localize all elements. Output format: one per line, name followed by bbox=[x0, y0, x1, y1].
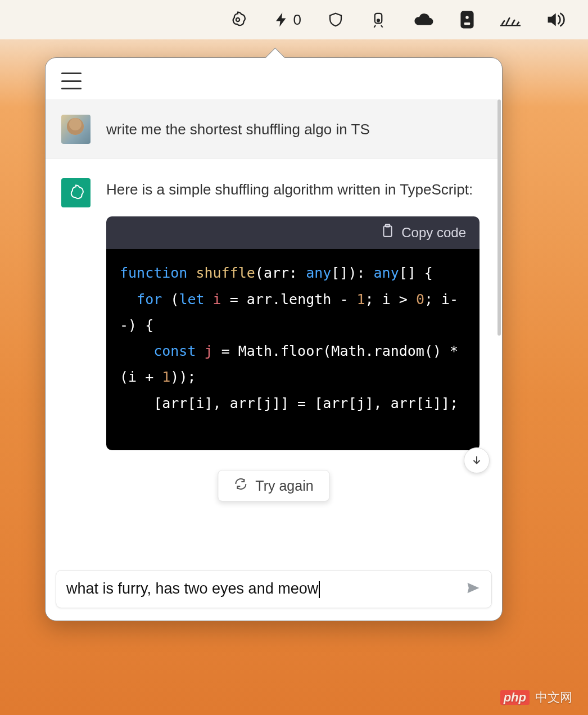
message-input[interactable]: what is furry, has two eyes and meow bbox=[66, 580, 465, 598]
macos-menubar: 0 bbox=[0, 0, 588, 39]
scrollbar-thumb[interactable] bbox=[497, 99, 501, 336]
chat-scroll-area[interactable]: write me the shortest shuffling algo in … bbox=[46, 99, 502, 563]
svg-rect-7 bbox=[384, 227, 392, 237]
badge-icon[interactable] bbox=[460, 10, 474, 29]
svg-point-2 bbox=[377, 19, 379, 21]
scrollbar-track[interactable] bbox=[497, 99, 501, 563]
bolt-icon bbox=[273, 11, 290, 28]
train-icon[interactable] bbox=[370, 10, 387, 29]
assistant-avatar bbox=[61, 178, 91, 207]
brightness-icon[interactable] bbox=[500, 13, 521, 26]
code-content[interactable]: function shuffle(arr: any[]): any[] { fo… bbox=[106, 249, 480, 450]
try-again-label: Try again bbox=[255, 478, 313, 494]
watermark-text: 中文网 bbox=[535, 689, 572, 706]
message-input-box[interactable]: what is furry, has two eyes and meow bbox=[56, 570, 492, 608]
hamburger-menu[interactable] bbox=[61, 73, 82, 89]
user-message: write me the shortest shuffling algo in … bbox=[46, 99, 497, 159]
shield-icon[interactable] bbox=[327, 11, 344, 28]
scroll-to-bottom-button[interactable] bbox=[464, 447, 490, 473]
assistant-intro-text: Here is a simple shuffling algorithm wri… bbox=[106, 178, 475, 201]
assistant-message: Here is a simple shuffling algorithm wri… bbox=[46, 159, 497, 450]
refresh-icon bbox=[234, 477, 247, 494]
clipboard-icon[interactable] bbox=[381, 224, 393, 242]
bolt-count: 0 bbox=[293, 11, 301, 29]
volume-icon[interactable] bbox=[546, 11, 567, 28]
watermark-logo: php bbox=[500, 690, 530, 705]
copy-code-button[interactable]: Copy code bbox=[401, 225, 466, 241]
cloud-icon[interactable] bbox=[413, 12, 434, 27]
try-again-button[interactable]: Try again bbox=[218, 470, 329, 501]
user-avatar bbox=[61, 115, 91, 144]
code-block: Copy code function shuffle(arr: any[]): … bbox=[106, 216, 480, 450]
user-message-text: write me the shortest shuffling algo in … bbox=[106, 119, 370, 139]
code-header: Copy code bbox=[106, 216, 480, 249]
text-cursor bbox=[319, 581, 320, 598]
watermark: php 中文网 bbox=[500, 689, 572, 706]
svg-point-0 bbox=[236, 18, 239, 21]
chatgpt-popover: write me the shortest shuffling algo in … bbox=[45, 57, 503, 621]
svg-point-4 bbox=[465, 15, 469, 20]
svg-rect-5 bbox=[464, 22, 471, 26]
openai-icon[interactable] bbox=[228, 10, 247, 29]
send-button[interactable] bbox=[465, 580, 481, 598]
popover-header bbox=[46, 58, 502, 99]
bolt-status[interactable]: 0 bbox=[273, 11, 301, 29]
input-row: what is furry, has two eyes and meow bbox=[46, 563, 502, 621]
svg-rect-8 bbox=[386, 224, 390, 227]
